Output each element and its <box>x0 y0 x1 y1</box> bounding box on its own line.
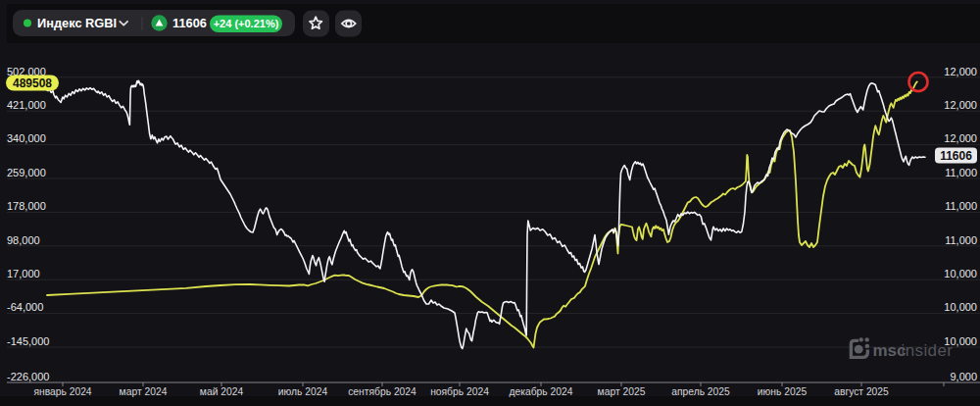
svg-text:340,000: 340,000 <box>7 132 46 144</box>
svg-text:489508: 489508 <box>13 76 52 90</box>
svg-text:март 2024: март 2024 <box>120 386 168 397</box>
svg-text:декабрь 2024: декабрь 2024 <box>510 386 573 397</box>
svg-text:+24 (+0.21%): +24 (+0.21%) <box>214 18 279 29</box>
svg-text:август 2025: август 2025 <box>834 386 889 397</box>
svg-text:март 2025: март 2025 <box>598 386 646 397</box>
svg-text:12,000: 12,000 <box>944 66 977 77</box>
svg-text:259,000: 259,000 <box>7 167 46 178</box>
svg-text:9,000: 9,000 <box>950 371 977 382</box>
svg-text:апрель 2025: апрель 2025 <box>671 386 730 397</box>
svg-text:421,000: 421,000 <box>7 99 46 111</box>
svg-text:Индекс RGBI: Индекс RGBI <box>37 16 117 30</box>
svg-text:178,000: 178,000 <box>7 200 46 212</box>
svg-text:11,000: 11,000 <box>945 167 977 178</box>
svg-text:11606: 11606 <box>940 149 972 163</box>
svg-text:11,000: 11,000 <box>945 200 977 212</box>
svg-text:-145,000: -145,000 <box>7 335 49 347</box>
svg-text:11,000: 11,000 <box>945 234 977 246</box>
svg-text:10,000: 10,000 <box>944 268 977 279</box>
svg-text:июнь 2025: июнь 2025 <box>758 386 808 397</box>
svg-text:10,000: 10,000 <box>944 301 977 313</box>
svg-text:сентябрь 2024: сентябрь 2024 <box>348 386 416 397</box>
svg-text:17,000: 17,000 <box>7 268 40 279</box>
svg-text:май 2024: май 2024 <box>200 386 244 397</box>
svg-text:12,000: 12,000 <box>944 132 977 144</box>
svg-text:-226,000: -226,000 <box>7 371 49 382</box>
svg-text:-64,000: -64,000 <box>7 301 43 313</box>
svg-text:insider: insider <box>902 341 954 360</box>
svg-text:12,000: 12,000 <box>944 99 977 111</box>
svg-text:январь 2024: январь 2024 <box>33 386 91 397</box>
svg-text:июль 2024: июль 2024 <box>278 386 328 397</box>
svg-text:98,000: 98,000 <box>7 234 40 246</box>
svg-text:11606: 11606 <box>172 16 207 30</box>
svg-text:ноябрь 2024: ноябрь 2024 <box>430 386 489 397</box>
